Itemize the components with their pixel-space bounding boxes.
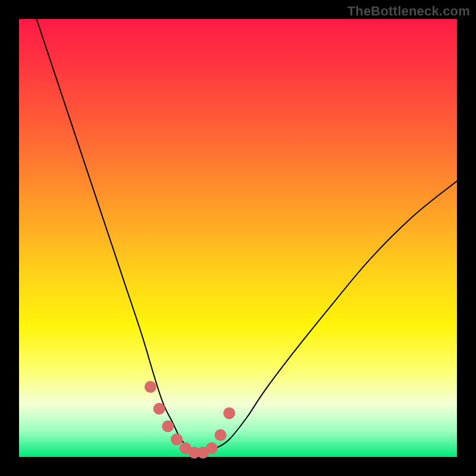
chart-stage: TheBottleneck.com <box>0 0 476 476</box>
highlight-dot <box>162 420 174 432</box>
highlight-dot <box>145 381 156 393</box>
highlight-dot <box>223 407 235 419</box>
plot-area <box>19 19 457 457</box>
bottleneck-curve <box>36 19 457 453</box>
watermark-text: TheBottleneck.com <box>347 4 470 19</box>
chart-svg <box>19 19 457 457</box>
highlight-dot <box>154 403 165 415</box>
highlight-dot <box>215 429 227 441</box>
highlight-markers <box>145 381 235 458</box>
highlight-dot <box>206 442 218 454</box>
highlight-dot <box>171 434 183 446</box>
